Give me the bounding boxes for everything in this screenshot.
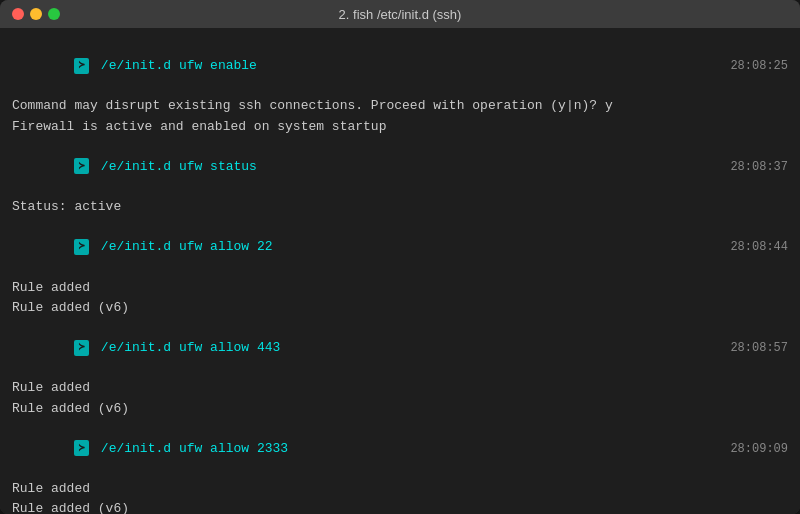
terminal-line: ≻ /e/init.d ufw allow 443 28:08:57 [12,318,788,378]
titlebar: 2. fish /etc/init.d (ssh) [0,0,800,28]
terminal-body[interactable]: ≻ /e/init.d ufw enable 28:08:25 Command … [0,28,800,514]
prompt-badge: ≻ [74,239,89,255]
terminal-line: Rule added [12,278,788,298]
prompt-badge: ≻ [74,340,89,356]
prompt-badge: ≻ [74,158,89,174]
output-text: Status: active [12,197,772,217]
command-text: ufw allow 2333 [179,441,288,456]
terminal-line: Rule added (v6) [12,399,788,419]
terminal-line: Rule added [12,378,788,398]
terminal-line: ≻ /e/init.d ufw status 28:08:37 [12,137,788,197]
command-path: /e/init.d [93,58,179,73]
command-text: ufw allow 443 [179,340,280,355]
command-path: /e/init.d [93,340,179,355]
prompt-badge: ≻ [74,58,89,74]
output-text: Rule added [12,278,772,298]
terminal-line: Rule added (v6) [12,499,788,514]
prompt-badge: ≻ [74,440,89,456]
window-title: 2. fish /etc/init.d (ssh) [339,7,462,22]
terminal-window: 2. fish /etc/init.d (ssh) ≻ /e/init.d uf… [0,0,800,514]
terminal-line: Rule added (v6) [12,298,788,318]
command-path: /e/init.d [93,239,179,254]
minimize-button[interactable] [30,8,42,20]
command-text: ufw status [179,159,257,174]
terminal-line: ≻ /e/init.d ufw allow 22 28:08:44 [12,217,788,277]
terminal-line: Firewall is active and enabled on system… [12,117,788,137]
close-button[interactable] [12,8,24,20]
terminal-line: ≻ /e/init.d ufw enable 28:08:25 [12,36,788,96]
timestamp: 28:08:44 [730,238,788,257]
timestamp: 28:09:09 [730,440,788,459]
command-text: ufw allow 22 [179,239,273,254]
command-text: ufw enable [179,58,257,73]
output-text: Rule added (v6) [12,298,772,318]
traffic-lights [12,8,60,20]
terminal-line: Command may disrupt existing ssh connect… [12,96,788,116]
output-text: Command may disrupt existing ssh connect… [12,96,772,116]
command-path: /e/init.d [93,441,179,456]
output-text: Rule added (v6) [12,499,772,514]
timestamp: 28:08:57 [730,339,788,358]
terminal-line: Status: active [12,197,788,217]
output-text: Rule added [12,378,772,398]
terminal-line: Rule added [12,479,788,499]
command-path: /e/init.d [93,159,179,174]
timestamp: 28:08:37 [730,158,788,177]
timestamp: 28:08:25 [730,57,788,76]
terminal-line: ≻ /e/init.d ufw allow 2333 28:09:09 [12,419,788,479]
output-text: Firewall is active and enabled on system… [12,117,772,137]
output-text: Rule added [12,479,772,499]
maximize-button[interactable] [48,8,60,20]
output-text: Rule added (v6) [12,399,772,419]
